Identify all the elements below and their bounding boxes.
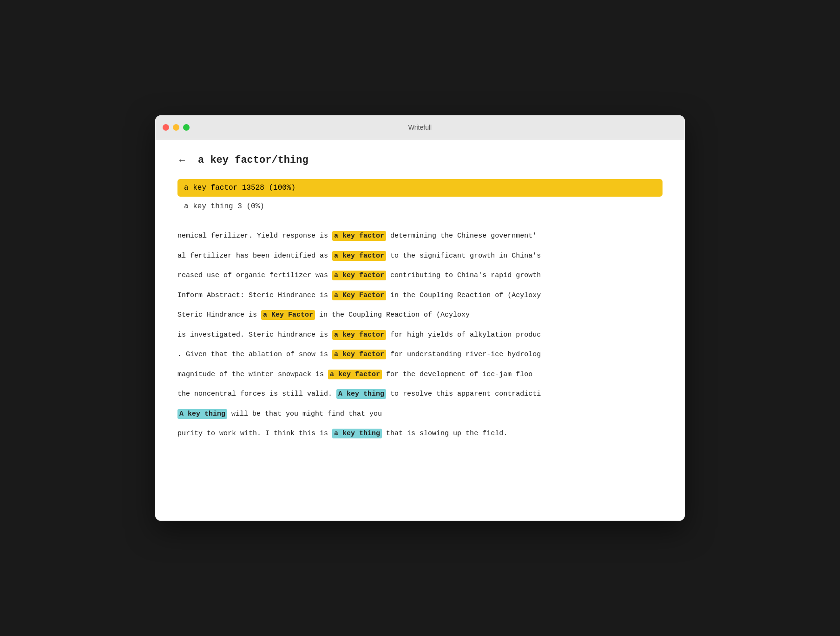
result-suffix: in the Coupling Reaction of (Acyloxy <box>386 292 541 299</box>
result-line: al fertilizer has been identified as a k… <box>177 246 663 266</box>
result-suffix: to resolve this apparent contradicti <box>386 390 541 398</box>
result-suffix: contributing to China's rapid growth <box>386 272 541 279</box>
result-line: purity to work with. I think this is a k… <box>177 424 663 444</box>
app-window: Writefull ← a key factor/thing a key fac… <box>155 115 685 521</box>
titlebar: Writefull <box>155 115 685 139</box>
main-content: ← a key factor/thing a key factor 13528 … <box>155 139 685 521</box>
result-prefix: magnitude of the winter snowpack is <box>177 371 328 378</box>
result-prefix: . Given that the ablation of snow is <box>177 351 332 358</box>
result-highlight: a key factor <box>332 271 386 280</box>
results-list: nemical ferilizer. Yield response is a k… <box>177 226 663 444</box>
result-prefix: Steric Hindrance is <box>177 311 261 319</box>
result-suffix: that is slowing up the field. <box>382 430 507 437</box>
result-highlight: a Key Factor <box>332 291 386 300</box>
result-suffix: in the Coupling Reaction of (Acyloxy <box>315 311 470 319</box>
result-highlight: a key factor <box>332 251 386 261</box>
result-prefix: purity to work with. I think this is <box>177 430 332 437</box>
result-prefix: nemical ferilizer. Yield response is <box>177 232 332 240</box>
result-suffix: for the development of ice-jam floo <box>382 371 532 378</box>
result-suffix: for understanding river-ice hydrolog <box>386 351 541 358</box>
result-line: the noncentral forces is still valid. A … <box>177 384 663 404</box>
back-button[interactable]: ← <box>177 155 187 166</box>
result-line: Inform Abstract: Steric Hindrance is a K… <box>177 286 663 306</box>
result-suffix: to the significant growth in China's <box>386 252 541 260</box>
result-highlight: a key factor <box>328 370 382 379</box>
page-title: a key factor/thing <box>198 154 308 166</box>
result-prefix: Inform Abstract: Steric Hindrance is <box>177 292 332 299</box>
option-thing[interactable]: a key thing 3 (0%) <box>177 198 663 215</box>
result-line: . Given that the ablation of snow is a k… <box>177 345 663 365</box>
options-list: a key factor 13528 (100%) a key thing 3 … <box>177 179 663 215</box>
app-title: Writefull <box>408 124 432 131</box>
result-prefix: reased use of organic fertilizer was <box>177 272 332 279</box>
result-prefix: al fertilizer has been identified as <box>177 252 332 260</box>
close-button[interactable] <box>163 124 169 131</box>
traffic-lights <box>163 124 190 131</box>
result-highlight: a key thing <box>332 429 382 438</box>
minimize-button[interactable] <box>173 124 179 131</box>
result-line: reased use of organic fertilizer was a k… <box>177 266 663 286</box>
result-line: is investigated. Steric hindrance is a k… <box>177 325 663 345</box>
result-line: Steric Hindrance is a Key Factor in the … <box>177 305 663 325</box>
result-line: nemical ferilizer. Yield response is a k… <box>177 226 663 246</box>
result-line: magnitude of the winter snowpack is a ke… <box>177 365 663 385</box>
result-suffix: will be that you might find that you <box>227 410 382 418</box>
result-line: A key thing will be that you might find … <box>177 404 663 424</box>
result-prefix: the noncentral forces is still valid. <box>177 390 336 398</box>
result-highlight: a Key Factor <box>261 310 315 320</box>
result-highlight: a key factor <box>332 231 386 241</box>
page-header: ← a key factor/thing <box>177 154 663 166</box>
maximize-button[interactable] <box>183 124 190 131</box>
result-suffix: determining the Chinese government' <box>386 232 537 240</box>
result-highlight: a key factor <box>332 330 386 340</box>
result-highlight: a key factor <box>332 350 386 359</box>
result-suffix: for high yields of alkylation produc <box>386 331 541 339</box>
result-highlight: A key thing <box>177 409 227 419</box>
option-factor[interactable]: a key factor 13528 (100%) <box>177 179 663 197</box>
result-highlight: A key thing <box>336 389 386 399</box>
result-prefix: is investigated. Steric hindrance is <box>177 331 332 339</box>
